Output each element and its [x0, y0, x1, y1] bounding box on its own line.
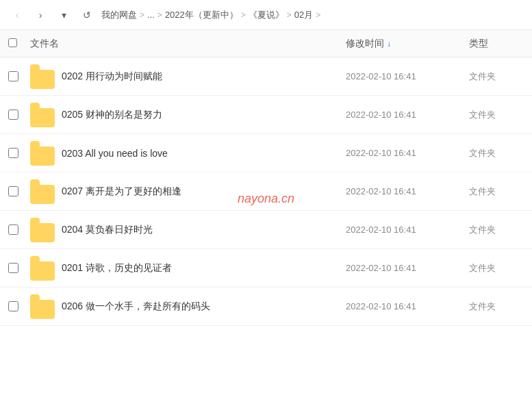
table-row[interactable]: 0207 离开是为了更好的相逢 2022-02-10 16:41 文件夹: [0, 172, 532, 211]
breadcrumb-sep-2: >: [157, 10, 162, 20]
folder-icon-1: [30, 103, 55, 127]
modified-label: 修改时间: [346, 38, 384, 50]
folder-icon-0: [30, 64, 55, 89]
row-check-6: [8, 301, 30, 311]
file-list: 0202 用行动为时间赋能 2022-02-10 16:41 文件夹 0205 …: [0, 57, 532, 397]
row-checkbox-6[interactable]: [8, 301, 18, 311]
dropdown-button[interactable]: ▾: [55, 6, 73, 24]
row-check-3: [8, 186, 30, 196]
row-check-1: [8, 110, 30, 120]
breadcrumb-item-series[interactable]: 《夏说》: [249, 9, 284, 21]
top-navigation-bar: ‹ › ▾ ↺ 我的网盘 > ... > 2022年（更新中） > 《夏说》 >…: [0, 0, 532, 30]
file-modified-6: 2022-02-10 16:41: [346, 301, 469, 311]
row-check-4: [8, 225, 30, 235]
dropdown-icon: ▾: [62, 10, 66, 21]
folder-icon-4: [30, 218, 55, 242]
file-type-6: 文件夹: [469, 300, 524, 313]
row-check-5: [8, 263, 30, 273]
table-row[interactable]: 0202 用行动为时间赋能 2022-02-10 16:41 文件夹: [0, 57, 532, 96]
row-checkbox-5[interactable]: [8, 263, 18, 273]
row-checkbox-3[interactable]: [8, 186, 18, 196]
list-header: 文件名 修改时间 ↓ 类型: [0, 30, 532, 57]
file-name-6: 0206 做一个水手，奔赴所有的码头: [62, 300, 346, 313]
folder-icon-5: [30, 256, 55, 281]
file-type-1: 文件夹: [469, 109, 524, 121]
breadcrumb-item-month[interactable]: 02月: [294, 9, 313, 21]
folder-icon-6: [30, 294, 55, 319]
file-name-1: 0205 财神的别名是努力: [62, 109, 346, 121]
file-name-5: 0201 诗歌，历史的见证者: [62, 262, 346, 274]
header-name-col: 文件名: [30, 38, 346, 50]
row-checkbox-4[interactable]: [8, 225, 18, 235]
breadcrumb-item-year[interactable]: 2022年（更新中）: [165, 9, 238, 21]
breadcrumb-sep-5: >: [316, 10, 320, 20]
forward-icon: ›: [39, 10, 42, 21]
forward-button[interactable]: ›: [31, 6, 49, 24]
folder-icon-3: [30, 179, 55, 204]
sort-arrow-icon[interactable]: ↓: [387, 39, 391, 49]
file-type-5: 文件夹: [469, 262, 524, 274]
breadcrumb-item-mydisk[interactable]: 我的网盘: [101, 9, 137, 21]
select-all-checkbox[interactable]: [8, 38, 17, 47]
refresh-button[interactable]: ↺: [78, 6, 96, 24]
file-modified-2: 2022-02-10 16:41: [346, 148, 469, 158]
table-row[interactable]: 0203 All you need is love 2022-02-10 16:…: [0, 134, 532, 172]
file-type-3: 文件夹: [469, 185, 524, 198]
row-checkbox-0[interactable]: [8, 71, 18, 81]
file-type-2: 文件夹: [469, 147, 524, 159]
header-type-col: 类型: [469, 38, 524, 50]
breadcrumb-sep-1: >: [140, 10, 144, 20]
breadcrumb-sep-3: >: [241, 10, 246, 20]
folder-icon-2: [30, 141, 55, 166]
breadcrumb: 我的网盘 > ... > 2022年（更新中） > 《夏说》 > 02月 >: [101, 9, 524, 21]
header-modified-col: 修改时间 ↓: [346, 38, 469, 50]
row-checkbox-1[interactable]: [8, 110, 18, 120]
file-name-3: 0207 离开是为了更好的相逢: [62, 185, 346, 198]
file-type-4: 文件夹: [469, 224, 524, 236]
table-row[interactable]: 0204 莫负春日好时光 2022-02-10 16:41 文件夹: [0, 211, 532, 249]
file-modified-5: 2022-02-10 16:41: [346, 263, 469, 273]
breadcrumb-item-ellipsis[interactable]: ...: [147, 10, 155, 20]
back-icon: ‹: [16, 10, 19, 21]
table-row[interactable]: 0201 诗歌，历史的见证者 2022-02-10 16:41 文件夹: [0, 249, 532, 287]
header-check-col: [8, 38, 30, 49]
row-check-0: [8, 71, 30, 81]
table-row[interactable]: 0205 财神的别名是努力 2022-02-10 16:41 文件夹: [0, 96, 532, 134]
breadcrumb-sep-4: >: [287, 10, 292, 20]
file-modified-1: 2022-02-10 16:41: [346, 110, 469, 120]
file-name-4: 0204 莫负春日好时光: [62, 224, 346, 236]
main-content: 文件名 修改时间 ↓ 类型 0202 用行动为时间赋能 2022-02-10 1…: [0, 30, 532, 397]
file-name-0: 0202 用行动为时间赋能: [62, 71, 346, 83]
file-modified-4: 2022-02-10 16:41: [346, 225, 469, 235]
file-type-0: 文件夹: [469, 71, 524, 83]
row-check-2: [8, 148, 30, 158]
file-modified-3: 2022-02-10 16:41: [346, 186, 469, 196]
row-checkbox-2[interactable]: [8, 148, 18, 158]
table-row[interactable]: 0206 做一个水手，奔赴所有的码头 2022-02-10 16:41 文件夹: [0, 287, 532, 326]
file-modified-0: 2022-02-10 16:41: [346, 71, 469, 81]
back-button[interactable]: ‹: [8, 6, 26, 24]
file-name-2: 0203 All you need is love: [62, 148, 346, 159]
refresh-icon: ↺: [83, 10, 91, 21]
